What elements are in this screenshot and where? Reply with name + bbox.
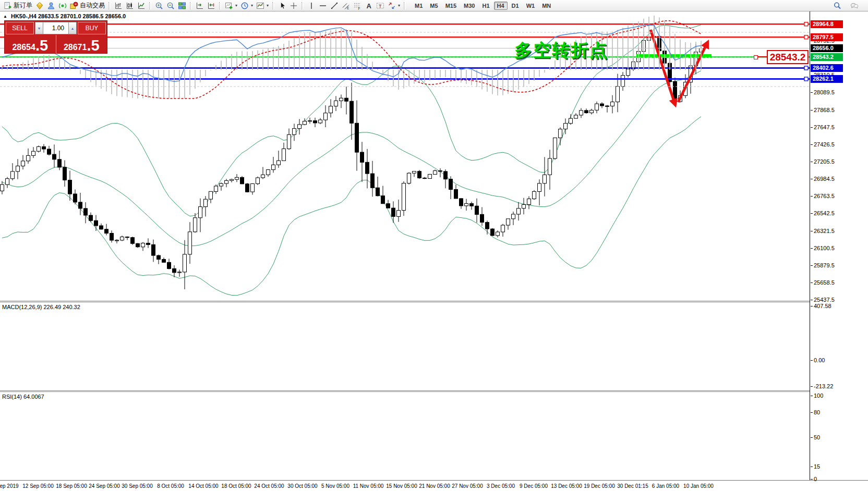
timeframe-m30[interactable]: M30 (461, 2, 478, 10)
toolbar-right (831, 1, 866, 11)
time-axis[interactable]: 6 Sep 201912 Sep 05:0018 Sep 05:0024 Sep… (0, 481, 868, 491)
bull-candle (194, 218, 197, 232)
sell-price[interactable]: 28654 .5 (5, 35, 56, 54)
navigator-button[interactable] (45, 1, 57, 11)
price-axis-tick: 27647.5 (811, 124, 835, 130)
volume-increase-button[interactable]: ▲ (68, 22, 77, 34)
bull-candle (272, 165, 275, 169)
autotrade-icon (70, 2, 78, 10)
buy-price[interactable]: 28671 .5 (56, 35, 107, 54)
chart-bars-button[interactable] (113, 1, 124, 11)
buy-button[interactable]: BUY (78, 22, 106, 34)
zoom-in-button[interactable] (153, 1, 165, 11)
rsi-name: RSI(14) (2, 394, 22, 400)
bull-candle (209, 191, 213, 199)
bear-candle (89, 215, 93, 220)
chevron-down-icon[interactable]: ▾ (398, 3, 400, 8)
timeframe-w1[interactable]: W1 (523, 2, 538, 10)
collapse-panel-icon[interactable]: ▲ (3, 14, 7, 19)
volume-input[interactable]: 1.00 (43, 22, 68, 34)
timeframe-m5[interactable]: M5 (427, 2, 441, 10)
signal-icon (58, 2, 67, 10)
chart-shift-button[interactable] (194, 1, 206, 11)
chart-line-button[interactable] (136, 1, 147, 11)
price-axis-tick: 25437.5 (811, 297, 835, 303)
bull-candle (553, 138, 557, 158)
signal-button[interactable] (57, 1, 68, 11)
bear-candle (600, 104, 604, 106)
quote-close: 28656.0 (105, 13, 126, 19)
bull-candle (256, 178, 260, 184)
new-chart-button[interactable]: ▾ (223, 1, 239, 11)
timeframe-m1[interactable]: M1 (412, 2, 426, 10)
label-button[interactable]: T (375, 1, 386, 11)
autotrade-button[interactable]: 自动交易 (68, 1, 106, 11)
bear-candle (486, 223, 489, 229)
bull-candle (507, 219, 510, 225)
chevron-down-icon[interactable]: ▾ (251, 3, 253, 8)
price-tag: 28797.5 (811, 33, 843, 41)
macd-axis-tick: 407.58 (811, 303, 831, 309)
indicators-button[interactable]: ▾ (255, 1, 270, 11)
chevron-down-icon[interactable]: ▾ (235, 3, 237, 8)
trendline-button[interactable] (329, 1, 340, 11)
panel-separator[interactable] (0, 301, 810, 301)
price-axis-tick: 26100.5 (811, 245, 835, 251)
chat-button[interactable] (848, 1, 861, 11)
volume-decrease-button[interactable]: ▼ (35, 22, 43, 34)
timeframe-h1[interactable]: H1 (479, 2, 492, 10)
auto-scroll-button[interactable] (206, 1, 217, 11)
vline-button[interactable] (306, 1, 317, 11)
text-button[interactable]: A (363, 1, 375, 11)
chevron-down-icon[interactable]: ▾ (267, 3, 269, 8)
time-axis-label: 13 Dec 05:00 (551, 483, 582, 489)
crosshair-button[interactable] (288, 1, 299, 11)
auto-scroll-icon (207, 2, 215, 10)
tile-windows-button[interactable] (176, 1, 188, 11)
horizontal-line-price-label[interactable]: 28543.2 (767, 50, 809, 64)
arrows-button[interactable]: ▾ (386, 1, 402, 11)
text-icon: A (365, 2, 373, 10)
bear-candle (439, 171, 442, 171)
clock-button[interactable]: ▾ (239, 1, 255, 11)
bear-candle (470, 203, 474, 206)
channel-icon: E (342, 2, 350, 10)
bull-candle (282, 149, 286, 161)
time-axis-label: 14 Oct 05:00 (188, 483, 218, 489)
price-axis-tick: 27868.5 (811, 107, 835, 113)
chart-line-icon (137, 2, 146, 10)
rsi-indicator-chart[interactable] (0, 11, 810, 100)
bear-candle (105, 229, 108, 234)
bull-candle (1, 185, 4, 191)
hline-button[interactable] (317, 1, 329, 11)
channel-button[interactable]: E (340, 1, 352, 11)
timeframe-h4[interactable]: H4 (494, 2, 508, 10)
bull-candle (293, 129, 296, 135)
new-order-button[interactable]: 新订单 (2, 1, 34, 11)
zoom-out-button[interactable] (165, 1, 176, 11)
time-axis-label: 18 Sep 05:00 (56, 483, 87, 489)
bull-candle (324, 113, 328, 120)
sell-button[interactable]: SELL (6, 22, 34, 34)
bull-candle (564, 124, 568, 129)
price-tag: 28402.6 (811, 64, 843, 72)
zoom-in-icon (155, 2, 163, 10)
chart-annotation-text[interactable]: 多空转折点 (514, 39, 608, 63)
chart-candles-button[interactable] (124, 1, 136, 11)
search-button[interactable] (831, 1, 843, 11)
price-axis[interactable]: 28752.528531.528310.528089.527868.527647… (810, 11, 868, 480)
timeframe-mn[interactable]: MN (539, 2, 554, 10)
timeframe-d1[interactable]: D1 (509, 2, 522, 10)
market-watch-button[interactable] (34, 1, 45, 11)
chart-window[interactable]: ▲ HK50-,H4 28633.5 28701.0 28586.5 28656… (0, 11, 868, 491)
macd-axis-tick: -213.22 (811, 383, 833, 389)
bear-candle (126, 237, 129, 238)
bear-candle (167, 262, 171, 268)
cursor-button[interactable] (276, 1, 288, 11)
clock-icon (240, 2, 249, 10)
fibonacci-button[interactable]: F (352, 1, 363, 11)
panel-separator[interactable] (0, 390, 810, 391)
bear-candle (444, 171, 448, 179)
timeframe-m15[interactable]: M15 (442, 2, 460, 10)
bull-candle (16, 166, 20, 171)
